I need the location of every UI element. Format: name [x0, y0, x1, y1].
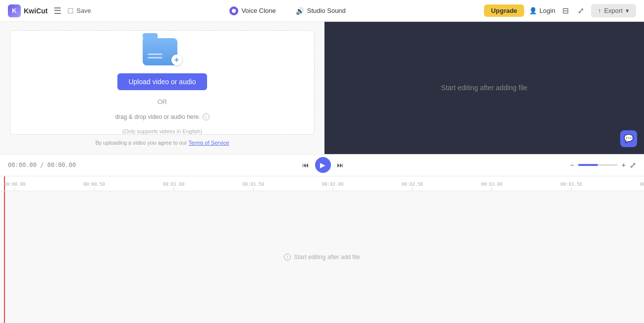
subtitles-icon-button[interactable]: ⊟: [560, 4, 571, 17]
header-center: Voice Clone 🔊 Studio Sound: [225, 4, 349, 17]
playhead-line: [4, 191, 5, 323]
ruler-tick: [253, 187, 254, 191]
time-display: 00:00.00 / 00:00.00: [8, 162, 76, 168]
ruler-label: 00:03.00: [481, 182, 502, 187]
voice-clone-icon: [229, 6, 238, 15]
ruler-mark: 00:02.50: [402, 182, 423, 191]
ruler-mark: 00:04.00: [640, 182, 644, 191]
ruler-tick: [14, 187, 15, 191]
ruler-label: 00:02.00: [322, 182, 343, 187]
timeline-ruler: 00:00.0000:00.5000:01.0000:01.5000:02.00…: [0, 176, 644, 191]
terms-text: By uploading a video you agree to our Te…: [95, 140, 229, 146]
ruler-label: 00:04.00: [640, 182, 644, 187]
zoom-out-button[interactable]: −: [570, 161, 574, 169]
ruler-tick: [173, 187, 174, 191]
voice-clone-nav[interactable]: Voice Clone: [225, 4, 279, 17]
zoom-bar: [578, 164, 618, 166]
sound-icon: 🔊: [296, 7, 304, 15]
ruler-mark: 00:02.00: [322, 182, 343, 191]
timeline-track: i Start editing after add file: [0, 191, 644, 323]
ruler-mark: 00:00.00: [4, 182, 25, 191]
ruler-tick: [412, 187, 413, 191]
right-panel: Start editing after adding file 💬: [324, 22, 644, 154]
menu-button[interactable]: ☰: [54, 5, 61, 16]
upgrade-button[interactable]: Upgrade: [484, 4, 524, 17]
track-info: i Start editing after add file: [284, 254, 360, 261]
ruler-tick: [491, 187, 492, 191]
or-label: OR: [158, 98, 167, 106]
ruler-label: 00:03.50: [561, 182, 582, 187]
folder-plus-icon: +: [171, 54, 182, 65]
playback-controls: ⏮ ▶ ⏭: [302, 157, 344, 173]
terms-of-service-link[interactable]: Terms of Service: [189, 140, 229, 146]
login-label: Login: [539, 7, 555, 14]
save-label: Save: [76, 7, 91, 14]
preview-placeholder: Start editing after adding file: [441, 84, 527, 92]
chat-button[interactable]: 💬: [620, 130, 637, 147]
skip-back-button[interactable]: ⏮: [302, 161, 309, 169]
skip-forward-button[interactable]: ⏭: [337, 161, 344, 169]
ruler-mark: 00:00.50: [84, 182, 105, 191]
ruler-tick: [332, 187, 333, 191]
logo: K KwiCut: [8, 4, 48, 17]
header-left: K KwiCut ☰ ☐ Save: [8, 4, 91, 17]
left-panel: + Upload video or audio OR drag & drop v…: [0, 22, 324, 154]
user-icon: 👤: [529, 7, 537, 14]
ruler-label: 00:01.00: [163, 182, 184, 187]
ruler-tick: [94, 187, 95, 191]
logo-icon: K: [8, 4, 21, 17]
ruler-inner: 00:00.0000:00.5000:01.0000:01.5000:02.00…: [0, 176, 644, 191]
track-info-icon: i: [284, 254, 291, 261]
chevron-down-icon: ▾: [626, 7, 629, 14]
save-button[interactable]: ☐ Save: [67, 7, 91, 15]
ruler-tick: [571, 187, 572, 191]
studio-sound-label: Studio Sound: [307, 7, 346, 14]
export-label: Export: [604, 7, 623, 14]
ruler-label: 00:02.50: [402, 182, 423, 187]
english-only-text: (Only supports videos in English): [122, 128, 202, 134]
save-icon: ☐: [67, 7, 74, 15]
folder-icon: +: [143, 31, 182, 65]
ruler-label: 00:00.50: [84, 182, 105, 187]
ruler-label: 00:00.00: [4, 182, 25, 187]
header: K KwiCut ☰ ☐ Save Voice Clone 🔊 Studio S…: [0, 0, 644, 22]
login-button[interactable]: 👤 Login: [529, 7, 555, 14]
drag-info-icon: i: [203, 113, 210, 120]
ruler-mark: 00:01.00: [163, 182, 184, 191]
header-right: Upgrade 👤 Login ⊟ ⤢ ↑ Export ▾: [484, 4, 636, 17]
upload-area[interactable]: + Upload video or audio OR drag & drop v…: [10, 30, 315, 135]
share-icon-button[interactable]: ⤢: [576, 4, 586, 17]
play-button[interactable]: ▶: [315, 157, 331, 173]
logo-text: KwiCut: [24, 7, 48, 15]
export-button[interactable]: ↑ Export ▾: [591, 4, 636, 17]
ruler-mark: 00:03.50: [561, 182, 582, 191]
ruler-label: 00:01.50: [243, 182, 264, 187]
voice-clone-label: Voice Clone: [241, 7, 275, 14]
timeline-controls: 00:00.00 / 00:00.00 ⏮ ▶ ⏭ − + ⤢: [0, 154, 644, 176]
drag-drop-text: drag & drop video or audio here. i: [115, 113, 209, 120]
zoom-controls: − + ⤢: [570, 161, 636, 170]
expand-button[interactable]: ⤢: [630, 161, 636, 170]
ruler-mark: 00:03.00: [481, 182, 502, 191]
zoom-in-button[interactable]: +: [622, 161, 626, 169]
studio-sound-nav[interactable]: 🔊 Studio Sound: [292, 5, 350, 17]
main-content: + Upload video or audio OR drag & drop v…: [0, 22, 644, 154]
export-icon: ↑: [598, 7, 601, 14]
upload-button[interactable]: Upload video or audio: [117, 73, 207, 90]
ruler-mark: 00:01.50: [243, 182, 264, 191]
